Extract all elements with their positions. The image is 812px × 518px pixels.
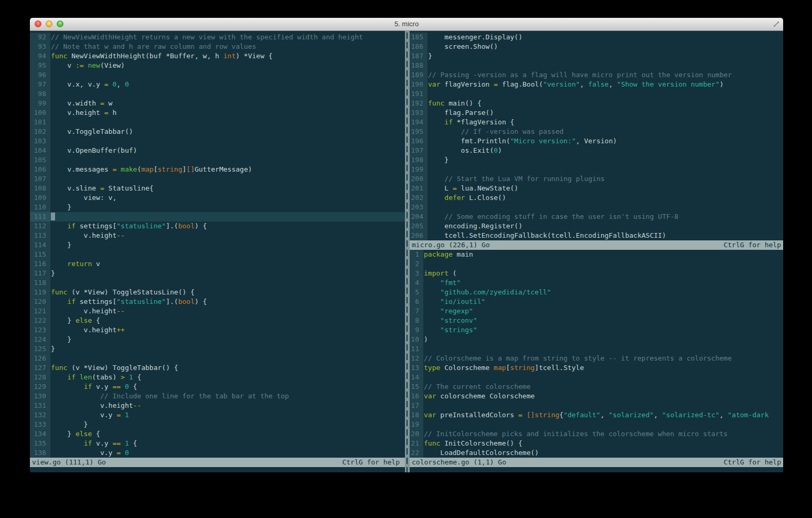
code-line[interactable]: 135 if v.y == 1 {: [30, 439, 405, 448]
code-area-colorscheme-go[interactable]: 1package main23import (4 "fmt"5 "github.…: [410, 250, 783, 458]
code-line[interactable]: 104 v.OpenBuffer(buf): [30, 146, 405, 155]
code-line[interactable]: 109 view: v,: [30, 193, 405, 203]
code-line[interactable]: 17: [410, 401, 783, 410]
code-line[interactable]: 114 }: [30, 240, 405, 250]
code-line[interactable]: 10): [410, 335, 783, 344]
code-line[interactable]: 14: [410, 373, 783, 382]
code-line[interactable]: 9 "strings": [410, 325, 783, 335]
code-line[interactable]: 130 // Include one line for the tab bar …: [30, 392, 405, 401]
code-line[interactable]: 201 L = lua.NewState(): [410, 184, 783, 193]
code-line[interactable]: 193 flag.Parse(): [410, 108, 783, 118]
code-line[interactable]: 204 // Some encoding stuff in case the u…: [410, 212, 783, 221]
code-line[interactable]: 197 os.Exit(0): [410, 146, 783, 155]
code-line[interactable]: 13type Colorscheme map[string]tcell.Styl…: [410, 363, 783, 373]
line-number: 127: [30, 363, 50, 373]
code-line[interactable]: 6 "io/ioutil": [410, 297, 783, 306]
code-line[interactable]: 125}: [30, 344, 405, 354]
code-line[interactable]: 189// Passing -version as a flag will ha…: [410, 70, 783, 80]
code-line[interactable]: 1package main: [410, 250, 783, 259]
code-line[interactable]: 94func NewViewWidthHeight(buf *Buffer, w…: [30, 51, 405, 61]
code-area-micro-go[interactable]: 185 messenger.Display()186 screen.Show()…: [410, 33, 783, 240]
code-line[interactable]: 118: [30, 278, 405, 288]
code-line[interactable]: 187}: [410, 51, 783, 61]
code-line[interactable]: 7 "regexp": [410, 306, 783, 316]
code-line[interactable]: 136 v.y = 0: [30, 448, 405, 458]
code-line[interactable]: 102 v.ToggleTabbar(): [30, 127, 405, 136]
code-line[interactable]: 126: [30, 354, 405, 363]
code-line[interactable]: 21func InitColorscheme() {: [410, 439, 783, 448]
status-file-info: view.go (111,1) Go: [32, 458, 106, 467]
pane-micro-go[interactable]: 185 messenger.Display()186 screen.Show()…: [410, 33, 783, 250]
code-line[interactable]: 205 encoding.Register(): [410, 221, 783, 231]
code-line[interactable]: 8 "strconv": [410, 316, 783, 325]
code-line-current[interactable]: 111: [30, 212, 405, 221]
code-line[interactable]: 22 LoadDefaultColorscheme(): [410, 448, 783, 458]
code-line[interactable]: 123 v.height++: [30, 325, 405, 335]
code-line[interactable]: 20// InitColorscheme picks and initializ…: [410, 429, 783, 439]
code-line[interactable]: 127func (v *View) ToggleTabbar() {: [30, 363, 405, 373]
code-line[interactable]: 196 fmt.Println("Micro version:", Versio…: [410, 136, 783, 146]
code-line[interactable]: 194 if *flagVersion {: [410, 118, 783, 127]
code-line[interactable]: 106 v.messages = make(map[string][]Gutte…: [30, 165, 405, 174]
pane-colorscheme-go[interactable]: 1package main23import (4 "fmt"5 "github.…: [410, 250, 783, 472]
code-line[interactable]: 122 } else {: [30, 316, 405, 325]
code-line[interactable]: 185 messenger.Display(): [410, 33, 783, 42]
code-line[interactable]: 200 // Start the Lua VM for running plug…: [410, 174, 783, 184]
code-line[interactable]: 97 v.x, v.y = 0, 0: [30, 80, 405, 89]
code-line[interactable]: 16var colorscheme Colorscheme: [410, 392, 783, 401]
code-line[interactable]: 93// Note that w and h are raw column an…: [30, 42, 405, 51]
code-line[interactable]: 124 }: [30, 335, 405, 344]
code-line[interactable]: 192func main() {: [410, 99, 783, 108]
code-line[interactable]: 11: [410, 344, 783, 354]
code-line[interactable]: 121 v.height--: [30, 306, 405, 316]
code-line[interactable]: 15// The current colorscheme: [410, 382, 783, 392]
code-line[interactable]: 3import (: [410, 269, 783, 278]
code-area-view-go[interactable]: 92// NewViewWidthHeight returns a new vi…: [30, 33, 405, 458]
code-line[interactable]: 119func (v *View) ToggleStatusLine() {: [30, 288, 405, 297]
code-line[interactable]: 191: [410, 89, 783, 99]
code-line[interactable]: 206 tcell.SetEncodingFallback(tcell.Enco…: [410, 231, 783, 240]
code-line[interactable]: 186 screen.Show(): [410, 42, 783, 51]
code-line[interactable]: 115: [30, 250, 405, 259]
resize-icon[interactable]: [773, 20, 780, 28]
code-line[interactable]: 112 if settings["statusline"].(bool) {: [30, 221, 405, 231]
code-line[interactable]: 129 if v.y == 0 {: [30, 382, 405, 392]
code-line[interactable]: 96: [30, 70, 405, 80]
code-line[interactable]: 202 defer L.Close(): [410, 193, 783, 203]
code-line[interactable]: 117}: [30, 269, 405, 278]
code-line[interactable]: 128 if len(tabs) > 1 {: [30, 373, 405, 382]
code-line[interactable]: 2: [410, 259, 783, 269]
code-line[interactable]: 19: [410, 420, 783, 429]
code-line[interactable]: 18var preInstalledColors = []string{"def…: [410, 410, 783, 420]
code-line[interactable]: 99 v.width = w: [30, 99, 405, 108]
code-line[interactable]: 190var flagVersion = flag.Bool("version"…: [410, 80, 783, 89]
window-titlebar[interactable]: 5. micro: [30, 18, 783, 31]
code-line[interactable]: 105: [30, 155, 405, 165]
code-line[interactable]: 108 v.sline = Statusline{: [30, 184, 405, 193]
code-line[interactable]: 103: [30, 136, 405, 146]
code-line[interactable]: 203: [410, 203, 783, 212]
code-line[interactable]: 199: [410, 165, 783, 174]
code-line[interactable]: 5 "github.com/zyedidia/tcell": [410, 288, 783, 297]
code-line[interactable]: 100 v.height = h: [30, 108, 405, 118]
code-line[interactable]: 132 v.y = 1: [30, 410, 405, 420]
code-line[interactable]: 198 }: [410, 155, 783, 165]
code-line[interactable]: 95 v := new(View): [30, 61, 405, 70]
code-line[interactable]: 110 }: [30, 203, 405, 212]
code-line[interactable]: 131 v.height--: [30, 401, 405, 410]
code-line[interactable]: 120 if settings["statusline"].(bool) {: [30, 297, 405, 306]
code-line[interactable]: 107: [30, 174, 405, 184]
code-line[interactable]: 113 v.height--: [30, 231, 405, 240]
code-line[interactable]: 116 return v: [30, 259, 405, 269]
code-line[interactable]: 133 }: [30, 420, 405, 429]
code-line[interactable]: 98: [30, 89, 405, 99]
code-line[interactable]: 195 // If -version was passed: [410, 127, 783, 136]
code-line[interactable]: 4 "fmt": [410, 278, 783, 288]
code-line[interactable]: 92// NewViewWidthHeight returns a new vi…: [30, 33, 405, 42]
code-line[interactable]: 134 } else {: [30, 429, 405, 439]
code-line[interactable]: 101: [30, 118, 405, 127]
code-line[interactable]: 12// Colorscheme is a map from string to…: [410, 354, 783, 363]
vertical-split-divider[interactable]: [405, 31, 410, 472]
code-line[interactable]: 188: [410, 61, 783, 70]
pane-view-go[interactable]: 92// NewViewWidthHeight returns a new vi…: [30, 31, 405, 472]
